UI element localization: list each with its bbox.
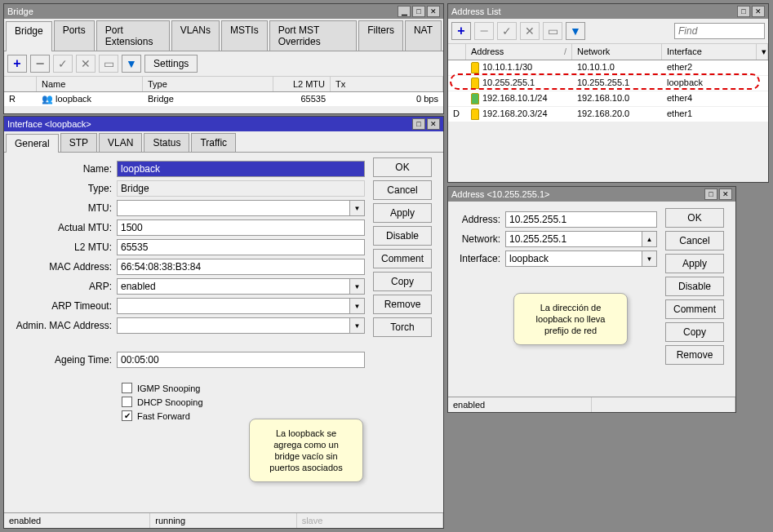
admin-mac-field[interactable] xyxy=(117,317,350,334)
comment-button[interactable]: Comment xyxy=(373,249,432,268)
name-field[interactable] xyxy=(117,161,365,177)
col-name[interactable]: Name xyxy=(37,77,143,91)
ageing-time-field[interactable] xyxy=(117,352,365,368)
label-arp-timeout: ARP Timeout: xyxy=(11,300,117,312)
add-button[interactable]: + xyxy=(7,55,27,73)
tab-vlan[interactable]: VLAN xyxy=(99,133,142,152)
remove-button[interactable]: Remove xyxy=(665,345,724,365)
tab-ports[interactable]: Ports xyxy=(54,20,95,51)
maximize-icon[interactable]: □ xyxy=(412,6,425,17)
list-item[interactable]: 10.10.1.1/3010.10.1.0ether2 xyxy=(448,60,768,76)
status-slave: slave xyxy=(297,513,443,528)
tab-port-extensions[interactable]: Port Extensions xyxy=(96,20,170,51)
maximize-icon[interactable]: □ xyxy=(704,188,717,200)
tab-bridge[interactable]: Bridge xyxy=(6,21,52,51)
close-icon[interactable]: ✕ xyxy=(427,6,440,17)
l2mtu-field[interactable] xyxy=(117,239,365,255)
comment-icon[interactable]: ▭ xyxy=(99,55,118,73)
tab-nat[interactable]: NAT xyxy=(405,20,442,51)
tab-general[interactable]: General xyxy=(6,134,59,153)
apply-button[interactable]: Apply xyxy=(373,203,432,223)
tab-port-mst-overrides[interactable]: Port MST Overrides xyxy=(269,20,358,51)
tab-mstis[interactable]: MSTIs xyxy=(221,20,268,51)
bridge-title: Bridge xyxy=(7,7,33,16)
tab-stp[interactable]: STP xyxy=(60,133,97,152)
list-item[interactable]: 192.168.10.1/24192.168.10.0ether4 xyxy=(448,91,768,107)
torch-button[interactable]: Torch xyxy=(373,317,432,337)
admin-mac-dropdown-icon[interactable]: ▼ xyxy=(350,317,365,334)
cancel-button[interactable]: Cancel xyxy=(373,180,432,200)
copy-button[interactable]: Copy xyxy=(665,322,724,342)
col-dropdown-icon[interactable]: ▾ xyxy=(757,44,768,60)
flag-icon xyxy=(471,93,479,104)
tab-status[interactable]: Status xyxy=(144,133,189,152)
bridge-row[interactable]: R 👥 loopback Bridge 65535 0 bps xyxy=(4,92,443,107)
row-type: Bridge xyxy=(143,92,273,106)
dhcp-snooping-check[interactable]: DHCP Snooping xyxy=(122,397,365,407)
tab-vlans[interactable]: VLANs xyxy=(171,20,220,51)
interface-buttons: OK Cancel Apply Disable Comment Copy Rem… xyxy=(373,157,437,424)
col-address[interactable]: Address / xyxy=(466,44,572,60)
network-dropdown-icon[interactable]: ▲ xyxy=(642,231,657,247)
address-buttons: OK Cancel Apply Disable Comment Copy Rem… xyxy=(665,208,729,368)
col-flag[interactable] xyxy=(448,44,466,60)
col-interface[interactable]: Interface xyxy=(662,44,757,60)
apply-button[interactable]: Apply xyxy=(665,254,724,273)
col-flag[interactable] xyxy=(4,77,37,91)
arp-field[interactable] xyxy=(117,278,350,295)
disable-button[interactable]: Disable xyxy=(665,277,724,296)
col-type[interactable]: Type xyxy=(143,77,273,91)
settings-button[interactable]: Settings xyxy=(144,55,198,73)
list-item[interactable]: D192.168.20.3/24192.168.20.0ether1 xyxy=(448,107,768,122)
filter-icon[interactable]: ▼ xyxy=(122,55,141,73)
col-l2mtu[interactable]: L2 MTU xyxy=(273,77,331,91)
actual-mtu-field[interactable] xyxy=(117,219,365,236)
minimize-icon[interactable]: ▁ xyxy=(398,6,411,17)
tab-traffic[interactable]: Traffic xyxy=(191,133,236,152)
network-field[interactable] xyxy=(505,231,642,247)
disable-icon[interactable]: ✕ xyxy=(520,22,540,40)
bridge-titlebar: Bridge ▁ □ ✕ xyxy=(4,4,443,19)
remove-button[interactable]: − xyxy=(30,55,50,73)
address-field[interactable] xyxy=(505,211,657,228)
disable-icon[interactable]: ✕ xyxy=(76,55,96,73)
arp-dropdown-icon[interactable]: ▼ xyxy=(350,278,365,295)
comment-icon[interactable]: ▭ xyxy=(543,22,562,40)
mac-field[interactable] xyxy=(117,259,365,275)
interface-field[interactable] xyxy=(505,250,642,267)
close-icon[interactable]: ✕ xyxy=(719,188,732,200)
tab-filters[interactable]: Filters xyxy=(358,20,403,51)
igmp-snooping-check[interactable]: IGMP Snooping xyxy=(122,383,365,393)
mtu-dropdown-icon[interactable]: ▼ xyxy=(350,200,365,216)
enable-icon[interactable]: ✓ xyxy=(53,55,73,73)
col-network[interactable]: Network xyxy=(572,44,662,60)
bridge-tabs: Bridge Ports Port Extensions VLANs MSTIs… xyxy=(4,19,443,51)
remove-button[interactable]: Remove xyxy=(373,295,432,314)
maximize-icon[interactable]: □ xyxy=(737,6,750,17)
interface-dropdown-icon[interactable]: ▼ xyxy=(642,250,657,267)
close-icon[interactable]: ✕ xyxy=(427,118,440,130)
label-mtu: MTU: xyxy=(11,202,117,214)
ok-button[interactable]: OK xyxy=(665,208,724,228)
arp-timeout-field[interactable] xyxy=(117,298,350,314)
filter-icon[interactable]: ▼ xyxy=(566,22,585,40)
checkbox-checked-icon: ✔ xyxy=(122,410,132,421)
col-tx[interactable]: Tx xyxy=(331,77,443,91)
arp-timeout-dropdown-icon[interactable]: ▼ xyxy=(350,298,365,314)
interface-tabs: General STP VLAN Status Traffic xyxy=(4,131,443,153)
add-button[interactable]: + xyxy=(451,22,471,40)
cancel-button[interactable]: Cancel xyxy=(665,231,724,250)
mtu-field[interactable] xyxy=(117,200,350,216)
interface-title: Interface <loopback> xyxy=(7,119,91,129)
maximize-icon[interactable]: □ xyxy=(412,118,425,130)
comment-button[interactable]: Comment xyxy=(665,299,724,319)
close-icon[interactable]: ✕ xyxy=(752,6,765,17)
list-item[interactable]: 10.255.255.110.255.255.1loopback xyxy=(448,76,768,91)
copy-button[interactable]: Copy xyxy=(373,272,432,291)
ok-button[interactable]: OK xyxy=(373,157,432,177)
remove-button[interactable]: − xyxy=(474,22,494,40)
address-titlebar: Address <10.255.255.1> □ ✕ xyxy=(448,187,735,202)
disable-button[interactable]: Disable xyxy=(373,226,432,246)
find-input[interactable] xyxy=(674,23,765,39)
enable-icon[interactable]: ✓ xyxy=(497,22,517,40)
